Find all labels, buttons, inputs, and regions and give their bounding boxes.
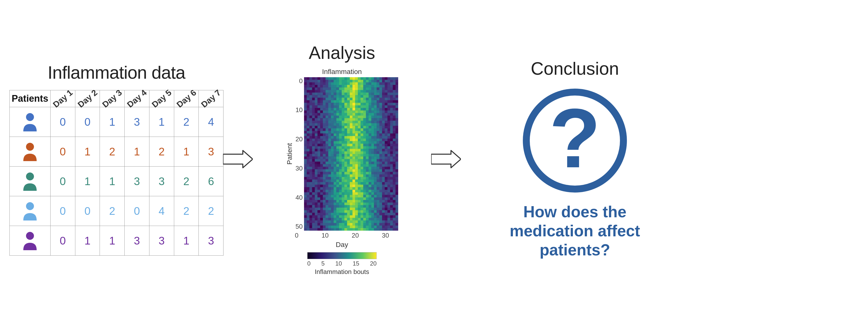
svg-rect-640 [309, 123, 312, 126]
heatmap-top-label: Inflammation [322, 68, 362, 76]
svg-rect-294 [320, 98, 323, 100]
svg-rect-833 [358, 136, 361, 139]
svg-rect-2031 [379, 223, 382, 226]
svg-rect-1746 [366, 203, 369, 205]
svg-rect-40 [390, 77, 393, 80]
svg-rect-265 [337, 95, 339, 98]
svg-rect-737 [382, 128, 385, 131]
svg-rect-266 [339, 95, 342, 98]
svg-rect-2077 [315, 228, 318, 231]
patient-icon-cell [10, 167, 51, 196]
svg-rect-940 [363, 144, 366, 146]
svg-rect-2058 [358, 225, 361, 228]
svg-rect-1342 [315, 174, 318, 177]
svg-rect-2052 [342, 225, 344, 228]
svg-rect-41 [393, 77, 396, 80]
svg-rect-607 [315, 120, 318, 123]
svg-rect-2079 [320, 228, 323, 231]
svg-rect-284 [388, 95, 390, 98]
svg-rect-818 [318, 136, 320, 139]
svg-rect-1713 [371, 200, 374, 203]
svg-rect-1781 [366, 205, 369, 208]
svg-rect-914 [388, 141, 390, 144]
svg-rect-292 [315, 98, 318, 100]
svg-rect-780 [309, 133, 312, 136]
svg-rect-1794 [307, 208, 309, 210]
svg-rect-553 [358, 115, 361, 118]
svg-point-4 [26, 232, 34, 240]
svg-rect-272 [355, 95, 358, 98]
svg-rect-1866 [312, 213, 315, 215]
svg-rect-1253 [358, 167, 361, 169]
svg-rect-576 [326, 118, 328, 121]
svg-rect-1715 [377, 200, 380, 203]
colorbar-labels: 0 5 10 15 20 [307, 260, 377, 267]
svg-rect-173 [371, 87, 374, 90]
heatmap-svg [304, 77, 398, 231]
svg-rect-1341 [312, 174, 315, 177]
patient-icon [21, 142, 39, 162]
svg-rect-1601 [352, 192, 355, 195]
svg-rect-1914 [347, 215, 350, 218]
svg-rect-1730 [323, 203, 326, 205]
svg-rect-1575 [377, 189, 380, 192]
svg-rect-1665 [337, 197, 339, 200]
svg-rect-1362 [369, 174, 371, 177]
svg-rect-222 [315, 93, 318, 95]
svg-rect-1445 [309, 182, 312, 185]
svg-rect-347 [369, 100, 371, 103]
svg-rect-1209 [334, 164, 337, 167]
svg-rect-534 [307, 115, 309, 118]
svg-rect-221 [312, 93, 315, 95]
svg-rect-846 [393, 136, 396, 139]
svg-rect-690 [350, 126, 352, 129]
patient-icon [21, 201, 39, 221]
svg-rect-1891 [379, 213, 382, 215]
svg-rect-1259 [374, 167, 377, 169]
svg-rect-1787 [382, 205, 385, 208]
svg-rect-1570 [363, 189, 366, 192]
svg-rect-128 [344, 85, 347, 87]
svg-rect-1051 [379, 151, 382, 154]
svg-rect-1702 [342, 200, 344, 203]
svg-rect-1289 [361, 169, 363, 172]
svg-rect-1717 [382, 200, 385, 203]
svg-rect-1931 [393, 215, 396, 218]
svg-rect-2078 [318, 228, 320, 231]
svg-rect-1358 [358, 174, 361, 177]
svg-rect-125 [337, 85, 339, 87]
svg-rect-1564 [347, 189, 350, 192]
svg-rect-494 [388, 110, 390, 113]
svg-rect-1862 [396, 210, 398, 213]
svg-rect-853 [318, 139, 320, 141]
svg-rect-1424 [347, 179, 350, 182]
svg-rect-2061 [366, 225, 369, 228]
svg-rect-998 [331, 149, 334, 151]
svg-rect-732 [369, 128, 371, 131]
svg-rect-50 [323, 80, 326, 82]
svg-rect-100 [363, 82, 366, 85]
data-cell: 1 [174, 137, 199, 167]
svg-rect-286 [393, 95, 396, 98]
svg-rect-1949 [347, 218, 350, 220]
svg-rect-1956 [366, 218, 369, 220]
svg-rect-814 [307, 136, 309, 139]
svg-rect-1172 [328, 162, 331, 164]
svg-rect-976 [366, 146, 369, 149]
svg-rect-615 [337, 120, 339, 123]
svg-rect-686 [339, 126, 342, 129]
svg-rect-1156 [379, 159, 382, 162]
svg-rect-1724 [307, 203, 309, 205]
svg-rect-544 [334, 115, 337, 118]
svg-rect-2105 [390, 228, 393, 231]
svg-rect-1394 [361, 177, 363, 180]
svg-rect-1617 [396, 192, 398, 195]
svg-rect-496 [393, 110, 396, 113]
data-cell: 1 [75, 167, 100, 196]
svg-rect-140 [377, 85, 380, 87]
svg-rect-1663 [331, 197, 334, 200]
svg-rect-1545 [390, 187, 393, 190]
svg-rect-1674 [361, 197, 363, 200]
svg-rect-923 [318, 144, 320, 146]
svg-rect-1272 [315, 169, 318, 172]
